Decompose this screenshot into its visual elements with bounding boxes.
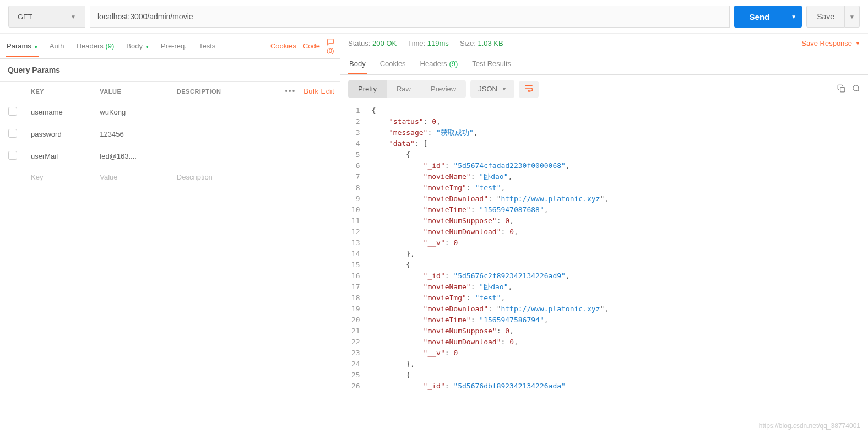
tab-prereq[interactable]: Pre-req. [160,35,188,57]
dot-indicator: ● [146,44,149,50]
param-value[interactable]: wuKong [94,101,171,123]
param-desc[interactable] [171,101,340,123]
resp-tab-tests[interactable]: Test Results [471,54,512,73]
response-pane: Status: 200 OK Time: 119ms Size: 1.03 KB… [340,34,868,433]
caret-down-icon: ▼ [502,86,507,92]
line-gutter: 1234567891011121314151617181920212223242… [340,103,366,433]
caret-down-icon: ▼ [855,41,860,46]
resp-tab-cookies[interactable]: Cookies [379,54,407,73]
size-value: 1.03 KB [478,39,503,47]
params-table: KEY VALUE DESCRIPTION ••• Bulk Edit use [0,82,340,187]
time-value: 119ms [427,39,449,47]
view-pretty[interactable]: Pretty [348,80,387,98]
request-pane: Params ● Auth Headers (9) Body ● Pre-req… [0,34,340,433]
save-button[interactable]: Save [806,6,845,28]
send-button[interactable]: Send [734,6,785,28]
tab-body[interactable]: Body ● [125,35,150,57]
param-value-input[interactable]: Value [94,167,171,187]
save-dropdown[interactable]: ▼ [845,6,860,28]
method-select[interactable]: GET ▼ [8,6,85,28]
response-tabs: Body Cookies Headers (9) Test Results [340,53,868,75]
param-desc[interactable] [171,145,340,167]
url-input[interactable] [90,6,730,28]
comments-icon[interactable]: (0) [327,38,334,54]
param-key[interactable]: userMail [25,145,94,167]
table-row: username wuKong [0,101,340,123]
status-bar: Status: 200 OK Time: 119ms Size: 1.03 KB… [340,34,868,53]
col-key: KEY [25,82,94,101]
tab-params[interactable]: Params ● [6,35,39,57]
param-value[interactable]: 123456 [94,123,171,145]
col-value: VALUE [94,82,171,101]
code-lines[interactable]: { "status": 0, "message": "获取成功", "data"… [366,103,868,433]
checkbox[interactable] [8,129,17,138]
code-link[interactable]: Code [303,42,320,50]
bulk-edit-link[interactable]: Bulk Edit [303,87,334,95]
copy-icon[interactable] [837,84,845,94]
param-value[interactable]: led@163.... [94,145,171,167]
wrap-toggle[interactable] [519,81,539,98]
method-value: GET [18,13,32,21]
view-bar: Pretty Raw Preview JSON ▼ [340,75,868,103]
time-label: Time: [408,39,425,47]
param-desc-input[interactable]: Description [171,167,340,187]
cookies-link[interactable]: Cookies [270,42,296,50]
table-row: password 123456 [0,123,340,145]
dot-indicator: ● [34,44,37,50]
view-preview[interactable]: Preview [421,80,466,98]
param-key[interactable]: username [25,101,94,123]
tab-headers[interactable]: Headers (9) [75,35,116,57]
svg-point-2 [853,85,859,90]
search-icon[interactable] [852,84,860,94]
col-desc: DESCRIPTION ••• Bulk Edit [171,82,340,101]
watermark: https://blog.csdn.net/qq_38774001 [759,422,860,430]
tab-auth[interactable]: Auth [48,35,66,57]
send-dropdown[interactable]: ▼ [785,6,802,28]
query-params-header: Query Params [0,59,340,82]
svg-line-3 [858,90,859,91]
more-icon[interactable]: ••• [285,87,296,95]
checkbox[interactable] [8,151,17,160]
query-params-title: Query Params [8,66,60,74]
view-raw[interactable]: Raw [387,80,421,98]
param-key-input[interactable]: Key [25,167,94,187]
size-label: Size: [460,39,476,47]
param-desc[interactable] [171,123,340,145]
status-value: 200 OK [372,39,397,47]
table-row-new: Key Value Description [0,167,340,187]
save-response-link[interactable]: Save Response ▼ [801,39,860,47]
tab-tests[interactable]: Tests [198,35,216,57]
param-key[interactable]: password [25,123,94,145]
svg-rect-1 [840,87,845,91]
response-body: 1234567891011121314151617181920212223242… [340,103,868,433]
request-tabs: Params ● Auth Headers (9) Body ● Pre-req… [0,34,340,59]
status-label: Status: [348,39,370,47]
resp-tab-body[interactable]: Body [348,54,367,73]
table-row: userMail led@163.... [0,145,340,167]
format-select[interactable]: JSON ▼ [470,80,514,98]
checkbox[interactable] [8,107,17,116]
request-bar: GET ▼ Send ▼ Save ▼ [0,0,868,34]
caret-down-icon: ▼ [70,14,76,20]
resp-tab-headers[interactable]: Headers (9) [419,54,459,73]
